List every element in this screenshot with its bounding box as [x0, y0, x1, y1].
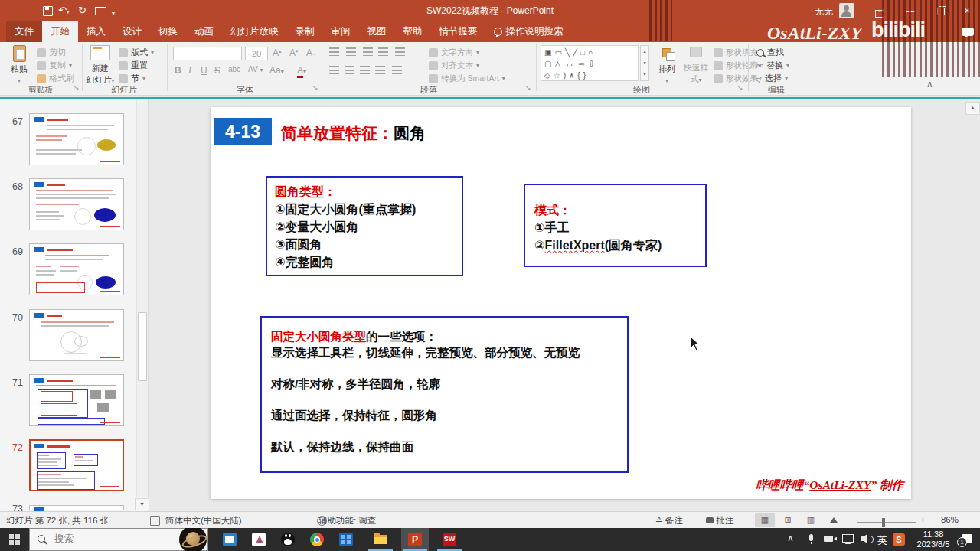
columns-icon[interactable]	[392, 66, 402, 74]
mode-box[interactable]: 模式： ①手工 ②FilletXpert(圆角专家)	[524, 184, 707, 267]
reset-button[interactable]: 重置	[119, 59, 148, 72]
reading-view-button[interactable]: ▥	[801, 513, 821, 527]
find-button[interactable]: 查找	[756, 46, 784, 59]
drawing-dialog-launcher[interactable]: ↘	[737, 84, 743, 92]
canvas-scroll-up-button[interactable]: ▲	[965, 102, 980, 115]
thumbnail-slide-70[interactable]	[29, 309, 124, 361]
restore-button[interactable]	[928, 0, 954, 21]
accessibility-status[interactable]: 辅助功能: 调查	[318, 515, 376, 527]
shapes-gallery[interactable]: ▣▭╲╱□○ ▢△¬⌐⇨⇩ ◇☆)∧{}	[541, 45, 639, 81]
taskbar-app-logo[interactable]	[245, 528, 273, 551]
section-button[interactable]: 节▾	[119, 72, 145, 85]
notes-toggle[interactable]: ≙ 备注	[655, 515, 683, 527]
zoom-slider-track[interactable]	[858, 522, 916, 523]
format-painter-button[interactable]: 格式刷	[37, 72, 74, 85]
increase-indent-icon[interactable]	[378, 47, 388, 56]
zoom-slider-handle[interactable]	[882, 518, 885, 527]
minimize-button[interactable]	[897, 0, 923, 21]
close-button[interactable]: ×	[954, 0, 980, 21]
clear-format-icon[interactable]: A⌁	[306, 47, 315, 58]
decrease-indent-icon[interactable]	[363, 47, 373, 56]
arrange-button[interactable]: 排列▾	[654, 44, 680, 84]
tab-design[interactable]: 设计	[114, 21, 150, 42]
shrink-font-icon[interactable]: A▾	[289, 47, 299, 58]
tab-record[interactable]: 录制	[287, 21, 323, 42]
tab-view[interactable]: 视图	[359, 21, 395, 42]
tab-file[interactable]: 文件	[6, 21, 42, 42]
user-name[interactable]: 无无	[815, 5, 833, 18]
tab-insert[interactable]: 插入	[78, 21, 114, 42]
start-slideshow-icon[interactable]	[95, 7, 106, 15]
replace-button[interactable]: ab替换▾	[756, 59, 789, 72]
avatar[interactable]	[839, 3, 854, 18]
taskbar-app-mail[interactable]	[216, 528, 243, 551]
slide-canvas[interactable]: 4-13 简单放置特征：圆角 圆角类型： ①固定大小圆角(重点掌握) ②变量大小…	[211, 107, 911, 499]
taskbar-app-qq[interactable]	[274, 528, 302, 551]
grow-font-icon[interactable]: A▴	[273, 47, 282, 58]
thumbnail-slide-68[interactable]	[29, 178, 124, 230]
slide-sorter-view-button[interactable]: ⊞	[778, 513, 798, 527]
tab-slideshow[interactable]: 幻灯片放映	[222, 21, 287, 42]
taskbar-app-solidworks[interactable]: SW	[436, 528, 463, 551]
sougou-tray-icon[interactable]: S	[893, 533, 905, 546]
thumbnail-slide-67[interactable]	[29, 113, 124, 165]
tab-transitions[interactable]: 切换	[150, 21, 186, 42]
underline-button[interactable]: U	[201, 65, 207, 76]
tab-help[interactable]: 帮助	[395, 21, 431, 42]
comments-toggle[interactable]: 批注	[706, 515, 733, 527]
zoom-out-button[interactable]: −	[847, 515, 852, 524]
font-dialog-launcher[interactable]: ↘	[312, 84, 318, 92]
line-spacing-icon[interactable]	[395, 47, 405, 56]
ribbon-display-options-icon[interactable]: ⌃	[867, 0, 893, 21]
taskbar-app-chrome[interactable]	[303, 528, 331, 551]
shape-fill-button[interactable]: 形状填充	[714, 46, 758, 59]
language-indicator[interactable]: 简体中文(中国大陆)	[165, 515, 242, 527]
character-spacing-button[interactable]: AV ▾	[248, 65, 263, 73]
strikethrough-button[interactable]: S	[214, 65, 220, 76]
copy-button[interactable]: 复制▾	[37, 59, 72, 72]
thumbnail-slide-73[interactable]	[29, 505, 124, 510]
cut-button[interactable]: 剪切	[37, 46, 66, 59]
clipboard-dialog-launcher[interactable]: ↘	[74, 84, 80, 92]
save-icon[interactable]	[43, 6, 53, 16]
align-right-icon[interactable]	[360, 66, 370, 74]
undo-icon[interactable]: ↶▾	[58, 4, 69, 18]
saturn-image[interactable]	[178, 528, 208, 551]
quick-styles-button[interactable]: 快速样式▾	[683, 44, 709, 85]
taskbar-app-calculator[interactable]	[332, 528, 360, 551]
shape-effects-button[interactable]: 形状效果	[714, 72, 758, 85]
paste-button[interactable]: 粘贴▾	[6, 44, 32, 84]
ime-indicator[interactable]: 英	[877, 533, 887, 547]
align-center-icon[interactable]	[345, 66, 354, 74]
tab-animations[interactable]: 动画	[186, 21, 222, 42]
search-input[interactable]	[53, 533, 155, 545]
slide-counter[interactable]: 幻灯片 第 72 张, 共 116 张	[6, 515, 109, 527]
tray-show-hidden-icon[interactable]: ∧	[787, 533, 794, 543]
new-slide-button[interactable]: 新建幻灯片▾	[86, 44, 115, 86]
taskbar-app-explorer[interactable]	[367, 528, 394, 551]
bold-button[interactable]: B	[175, 65, 181, 76]
taskbar-app-powerpoint-active[interactable]: P	[401, 528, 429, 551]
tab-storyboarding[interactable]: 情节提要	[431, 21, 486, 42]
font-size-combobox[interactable]: 20	[245, 47, 268, 60]
text-shadow-button[interactable]: abc	[228, 65, 240, 73]
start-button[interactable]	[0, 528, 29, 551]
thumbnail-scrollbar-track[interactable]	[136, 99, 148, 497]
font-color-button[interactable]: A▾	[297, 65, 306, 76]
thumbnail-scrollbar-thumb[interactable]	[138, 312, 147, 381]
slideshow-view-button[interactable]	[824, 513, 844, 527]
paragraph-dialog-launcher[interactable]: ↘	[525, 84, 531, 92]
numbering-icon[interactable]	[346, 47, 356, 56]
thumbnail-slide-71[interactable]	[29, 374, 124, 426]
shapes-gallery-scrollbar[interactable]: ▴▾▼	[640, 45, 649, 81]
justify-icon[interactable]	[375, 66, 385, 74]
redo-icon[interactable]: ↻	[78, 4, 87, 17]
taskbar-clock[interactable]: 11:38 2023/8/5	[910, 530, 957, 549]
italic-button[interactable]: I	[188, 65, 191, 77]
select-button[interactable]: ▷选择▾	[756, 72, 788, 85]
align-text-button[interactable]: 对齐文本▾	[429, 59, 479, 72]
font-name-combobox[interactable]	[173, 47, 242, 60]
shape-outline-button[interactable]: 形状轮廓	[714, 59, 758, 72]
qat-customize-icon[interactable]: ▾	[112, 7, 115, 20]
thumbnail-slide-69[interactable]	[29, 243, 124, 295]
